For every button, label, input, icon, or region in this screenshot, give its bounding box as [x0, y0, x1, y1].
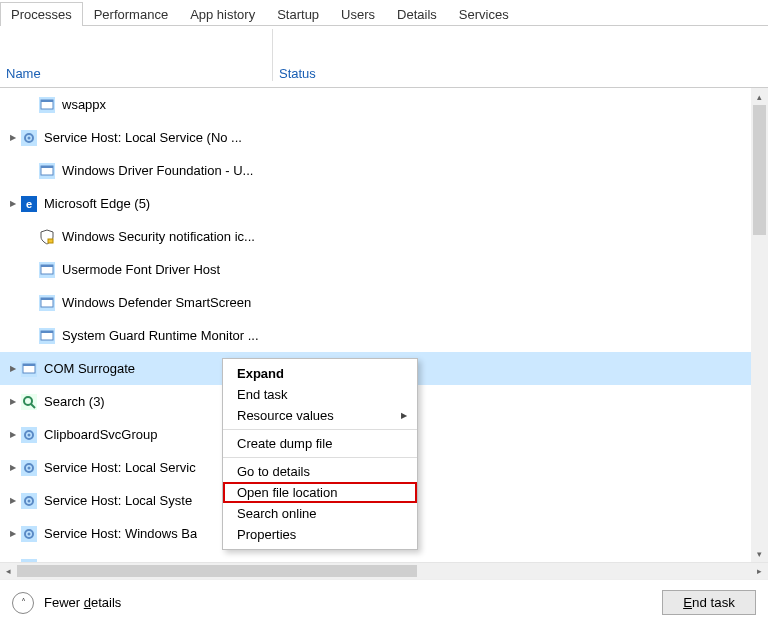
process-row[interactable]: Windows Driver Foundation - U...: [0, 154, 768, 187]
app-icon: [38, 162, 56, 180]
process-name: ClipboardSvcGroup: [44, 427, 157, 442]
shield-icon: [38, 228, 56, 246]
process-name: Usermode Font Driver Host: [62, 262, 220, 277]
search-icon: [20, 393, 38, 411]
process-row[interactable]: Windows Defender SmartScreen: [0, 286, 768, 319]
horizontal-scrollbar[interactable]: ◂ ▸: [0, 562, 768, 579]
footer: ˄ Fewer details End task: [0, 579, 768, 625]
gear-icon: [20, 525, 38, 543]
tab-performance[interactable]: Performance: [83, 2, 179, 26]
tab-processes[interactable]: Processes: [0, 2, 83, 26]
menu-item-properties[interactable]: Properties: [223, 524, 417, 545]
column-header-status[interactable]: Status: [272, 29, 768, 81]
tab-app-history[interactable]: App history: [179, 2, 266, 26]
process-name: Windows Driver Foundation - U...: [62, 163, 253, 178]
svg-text:e: e: [26, 198, 32, 210]
chevron-up-icon: ˄: [12, 592, 34, 614]
process-row[interactable]: System Guard Runtime Monitor ...: [0, 319, 768, 352]
process-name: Service Host: Local Servic: [44, 460, 196, 475]
svg-rect-39: [21, 559, 37, 563]
chevron-right-icon[interactable]: ▶: [6, 529, 20, 538]
menu-item-expand[interactable]: Expand: [223, 363, 417, 384]
process-row[interactable]: Windows Security notification ic...: [0, 220, 768, 253]
gear-icon: [20, 459, 38, 477]
menu-item-end-task[interactable]: End task: [223, 384, 417, 405]
menu-item-label: Create dump file: [237, 436, 332, 451]
process-name: Service Host: Windows Ba: [44, 526, 197, 541]
menu-item-open-file-location[interactable]: Open file location: [223, 482, 417, 503]
app-icon: [38, 294, 56, 312]
svg-rect-8: [41, 166, 53, 168]
tab-label: App history: [190, 7, 255, 22]
process-row[interactable]: wsappx: [0, 88, 768, 121]
process-name: COM Surrogate: [44, 361, 135, 376]
svg-rect-2: [41, 100, 53, 102]
chevron-right-icon[interactable]: ▶: [6, 364, 20, 373]
svg-point-32: [28, 466, 31, 469]
chevron-right-icon[interactable]: ▶: [6, 397, 20, 406]
process-name: Search (3): [44, 394, 105, 409]
gear-icon: [20, 426, 38, 444]
vertical-scrollbar[interactable]: ▴ ▾: [751, 88, 768, 562]
scroll-down-arrow-icon[interactable]: ▾: [751, 545, 768, 562]
scroll-track[interactable]: [17, 563, 751, 579]
chevron-right-icon[interactable]: ▶: [6, 496, 20, 505]
process-name: Service Host: Local Service (No ...: [44, 130, 242, 145]
end-task-button[interactable]: End task: [662, 590, 756, 615]
process-name: Windows Defender SmartScreen: [62, 295, 251, 310]
svg-rect-23: [23, 364, 35, 366]
scroll-thumb[interactable]: [17, 565, 417, 577]
scroll-left-arrow-icon[interactable]: ◂: [0, 566, 17, 576]
menu-item-label: End task: [237, 387, 288, 402]
tab-users[interactable]: Users: [330, 2, 386, 26]
process-row[interactable]: ▶Service Host: Local Service (No ...: [0, 121, 768, 154]
tab-label: Services: [459, 7, 509, 22]
svg-point-38: [28, 532, 31, 535]
svg-point-29: [28, 433, 31, 436]
menu-item-label: Properties: [237, 527, 296, 542]
menu-item-resource-values[interactable]: Resource values▶: [223, 405, 417, 426]
app-icon: [20, 360, 38, 378]
process-row[interactable]: ▶Service Host: Local Servic: [0, 550, 768, 562]
tab-label: Processes: [11, 7, 72, 22]
process-row[interactable]: ▶eMicrosoft Edge (5): [0, 187, 768, 220]
gear-icon: [20, 558, 38, 563]
menu-item-label: Search online: [237, 506, 317, 521]
edge-icon: e: [20, 195, 38, 213]
menu-item-search-online[interactable]: Search online: [223, 503, 417, 524]
process-row[interactable]: Usermode Font Driver Host: [0, 253, 768, 286]
column-header-label: Status: [279, 66, 316, 81]
tab-startup[interactable]: Startup: [266, 2, 330, 26]
tab-label: Startup: [277, 7, 319, 22]
svg-point-5: [28, 136, 31, 139]
tab-details[interactable]: Details: [386, 2, 448, 26]
fewer-details-label: Fewer details: [44, 595, 121, 610]
menu-item-create-dump-file[interactable]: Create dump file: [223, 433, 417, 454]
scroll-up-arrow-icon[interactable]: ▴: [751, 88, 768, 105]
process-name: Service Host: Local Servic: [44, 559, 196, 562]
chevron-right-icon: ▶: [401, 411, 407, 420]
scroll-track[interactable]: [751, 105, 768, 545]
chevron-right-icon[interactable]: ▶: [6, 430, 20, 439]
column-header-name[interactable]: Name: [0, 66, 272, 81]
menu-item-label: Open file location: [237, 485, 337, 500]
scroll-thumb[interactable]: [753, 105, 766, 235]
process-name: System Guard Runtime Monitor ...: [62, 328, 259, 343]
chevron-right-icon[interactable]: ▶: [6, 133, 20, 142]
chevron-right-icon[interactable]: ▶: [6, 199, 20, 208]
process-name: wsappx: [62, 97, 106, 112]
svg-point-35: [28, 499, 31, 502]
app-icon: [38, 327, 56, 345]
tab-services[interactable]: Services: [448, 2, 520, 26]
svg-rect-14: [41, 265, 53, 267]
gear-icon: [20, 492, 38, 510]
svg-rect-11: [48, 239, 53, 243]
app-icon: [38, 261, 56, 279]
scroll-right-arrow-icon[interactable]: ▸: [751, 566, 768, 576]
context-menu: ExpandEnd taskResource values▶Create dum…: [222, 358, 418, 550]
tab-label: Users: [341, 7, 375, 22]
chevron-right-icon[interactable]: ▶: [6, 463, 20, 472]
fewer-details-toggle[interactable]: ˄ Fewer details: [12, 592, 121, 614]
menu-item-go-to-details[interactable]: Go to details: [223, 461, 417, 482]
column-headers: Name Status: [0, 26, 768, 88]
